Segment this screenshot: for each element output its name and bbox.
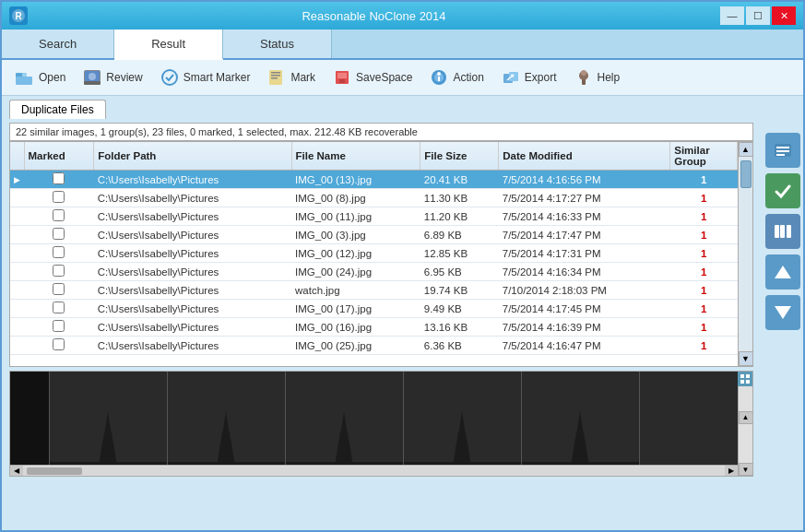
svg-rect-38 xyxy=(101,454,115,456)
row-date: 7/5/2014 4:17:45 PM xyxy=(499,300,670,318)
review-button[interactable]: Review xyxy=(75,64,149,91)
row-folder: C:\Users\Isabelly\Pictures xyxy=(94,263,291,281)
scroll-up-arrow[interactable]: ▲ xyxy=(739,142,753,157)
strip-item-4[interactable]: IMG_00 (12).jpg xyxy=(522,372,640,476)
table-row[interactable]: C:\Users\Isabelly\PicturesIMG_00 (12).jp… xyxy=(10,244,738,263)
svg-rect-28 xyxy=(776,147,789,148)
hscroll-right[interactable]: ▶ xyxy=(725,466,738,477)
table-row[interactable]: C:\Users\Isabelly\PicturesIMG_00 (17).jp… xyxy=(10,300,738,318)
file-table-container: Marked Folder Path File Name File Size D… xyxy=(9,141,753,367)
help-button[interactable]: Help xyxy=(566,64,628,91)
row-filesize: 6.36 KB xyxy=(420,337,499,355)
table-row[interactable]: C:\Users\Isabelly\Pictureswatch.jpg19.74… xyxy=(10,281,738,300)
row-checkbox-cell xyxy=(24,207,94,226)
strip-item-3[interactable]: IMG_00 (3).jpg xyxy=(404,372,522,476)
row-checkbox-cell xyxy=(24,263,94,281)
action-icon xyxy=(429,67,449,88)
table-row[interactable]: C:\Users\Isabelly\PicturesIMG_00 (25).jp… xyxy=(10,337,738,355)
row-checkbox[interactable] xyxy=(53,246,65,258)
svg-rect-31 xyxy=(775,225,779,238)
table-row[interactable]: C:\Users\Isabelly\PicturesIMG_00 (24).jp… xyxy=(10,263,738,281)
row-filesize: 9.49 KB xyxy=(420,300,499,318)
hscroll-thumb[interactable] xyxy=(27,467,82,475)
row-date: 7/5/2014 4:17:47 PM xyxy=(499,226,670,244)
row-checkbox[interactable] xyxy=(53,191,65,203)
row-date: 7/10/2014 2:18:03 PM xyxy=(499,281,670,300)
scroll-track[interactable] xyxy=(740,157,752,351)
strip-item-2[interactable]: IMG_00 (11).jpg xyxy=(286,372,404,476)
columns-button[interactable] xyxy=(765,214,800,249)
table-wrapper: Marked Folder Path File Name File Size D… xyxy=(10,142,738,366)
row-group: 1 xyxy=(670,281,738,300)
check-button[interactable] xyxy=(765,173,800,208)
strip-item-artwork[interactable]: Artwork xyxy=(10,372,50,476)
dup-files-tab[interactable]: Duplicate Files xyxy=(9,100,106,119)
svg-rect-16 xyxy=(339,79,345,83)
svg-point-9 xyxy=(162,70,177,85)
row-group: 1 xyxy=(670,207,738,226)
status-text: 22 similar images, 1 group(s), 23 files,… xyxy=(16,126,418,137)
strip-item-0[interactable]: IMG_00 (13).jpg xyxy=(50,372,168,476)
table-scrollbar[interactable]: ▲ ▼ xyxy=(738,142,752,366)
row-folder: C:\Users\Isabelly\Pictures xyxy=(94,171,291,189)
row-filesize: 11.20 KB xyxy=(420,207,499,226)
review-icon xyxy=(82,67,102,88)
minimize-button[interactable]: — xyxy=(720,6,744,25)
row-arrow xyxy=(10,263,24,281)
table-row[interactable]: C:\Users\Isabelly\PicturesIMG_00 (16).jp… xyxy=(10,318,738,337)
row-filename: IMG_00 (12).jpg xyxy=(291,244,420,263)
row-arrow xyxy=(10,244,24,263)
row-checkbox[interactable] xyxy=(53,320,65,332)
strip-scroll-up[interactable]: ▲ xyxy=(739,411,753,424)
row-checkbox[interactable] xyxy=(53,209,65,221)
row-checkbox[interactable] xyxy=(53,265,65,277)
row-filename: watch.jpg xyxy=(291,281,420,300)
strip-hscrollbar[interactable]: ◀ ▶ xyxy=(10,465,738,476)
action-button[interactable]: Action xyxy=(421,64,491,91)
scroll-down-arrow[interactable]: ▼ xyxy=(739,351,753,366)
export-icon xyxy=(501,67,521,88)
row-folder: C:\Users\Isabelly\Pictures xyxy=(94,207,291,226)
table-row[interactable]: C:\Users\Isabelly\PicturesIMG_00 (3).jpg… xyxy=(10,226,738,244)
row-filesize: 6.95 KB xyxy=(420,263,499,281)
table-row[interactable]: C:\Users\Isabelly\PicturesIMG_00 (11).jp… xyxy=(10,207,738,226)
tab-search[interactable]: Search xyxy=(2,30,114,58)
tab-status[interactable]: Status xyxy=(223,30,332,58)
strip-vscroll[interactable]: ▲ ▼ xyxy=(738,372,752,476)
row-checkbox[interactable] xyxy=(53,283,65,295)
row-checkbox[interactable] xyxy=(53,172,65,184)
export-button[interactable]: Export xyxy=(493,64,564,91)
hscroll-left[interactable]: ◀ xyxy=(10,466,23,477)
app-title: Reasonable NoClone 2014 xyxy=(28,9,720,23)
row-checkbox[interactable] xyxy=(53,228,65,240)
svg-rect-43 xyxy=(340,432,349,434)
svg-marker-35 xyxy=(775,306,791,319)
row-checkbox-cell xyxy=(24,337,94,355)
svg-rect-30 xyxy=(776,154,785,156)
smart-marker-button[interactable]: Smart Marker xyxy=(152,64,258,91)
strip-scroll-down[interactable]: ▼ xyxy=(739,463,753,476)
row-checkbox[interactable] xyxy=(53,301,65,313)
row-checkbox[interactable] xyxy=(53,338,65,350)
close-button[interactable]: ✕ xyxy=(772,6,796,25)
tab-result[interactable]: Result xyxy=(114,30,223,60)
mark-button[interactable]: Mark xyxy=(259,64,323,91)
save-space-button[interactable]: SaveSpace xyxy=(325,64,420,91)
row-arrow: ▶ xyxy=(10,171,24,189)
open-button[interactable]: Open xyxy=(7,64,73,91)
table-row[interactable]: C:\Users\Isabelly\PicturesIMG_00 (8).jpg… xyxy=(10,189,738,207)
list-view-button[interactable] xyxy=(765,133,800,168)
svg-rect-53 xyxy=(740,380,744,384)
strip-grid-icon[interactable] xyxy=(738,372,752,386)
hscroll-track[interactable] xyxy=(23,467,725,476)
down-button[interactable] xyxy=(765,295,800,330)
table-row[interactable]: ▶C:\Users\Isabelly\PicturesIMG_00 (13).j… xyxy=(10,171,738,189)
svg-rect-52 xyxy=(746,374,750,378)
up-button[interactable] xyxy=(765,254,800,290)
svg-rect-46 xyxy=(458,432,467,434)
row-arrow xyxy=(10,226,24,244)
maximize-button[interactable]: ☐ xyxy=(746,6,770,25)
scroll-thumb[interactable] xyxy=(740,160,752,188)
strip-item-1[interactable]: IMG_00 (8).jpg xyxy=(168,372,286,476)
row-group: 1 xyxy=(670,189,738,207)
